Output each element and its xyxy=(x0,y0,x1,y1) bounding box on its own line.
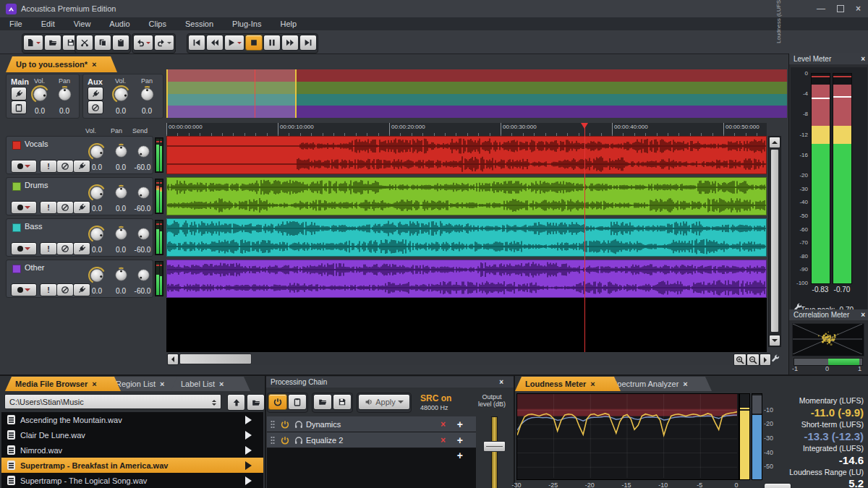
aux-bypass-button[interactable] xyxy=(88,100,103,114)
track-color-swatch[interactable] xyxy=(12,182,21,191)
plugin-monitor-icon[interactable] xyxy=(294,420,303,429)
audio-clip-drums[interactable] xyxy=(166,177,767,215)
audio-clip-vocals[interactable] xyxy=(166,136,767,174)
file-row[interactable]: Ascending the Mountain.wav xyxy=(1,412,263,427)
track-volume-knob[interactable] xyxy=(88,184,106,202)
track-volume-knob[interactable] xyxy=(88,142,106,161)
main-clipboard-button[interactable] xyxy=(11,100,27,114)
tab-close-icon[interactable]: × xyxy=(683,380,687,388)
record-arm-button[interactable] xyxy=(11,283,37,296)
tab-loudness-meter[interactable]: Loudness Meter× xyxy=(515,377,621,391)
undo-button[interactable] xyxy=(133,35,153,51)
menu-session[interactable]: Session xyxy=(176,17,223,30)
path-dropdown[interactable]: C:\Users\Stian\Music xyxy=(4,394,221,409)
loudness-settings-button[interactable] xyxy=(764,483,791,488)
scroll-down-button[interactable] xyxy=(769,335,780,346)
menu-plugins[interactable]: Plug-Ins xyxy=(223,17,271,30)
scroll-right-button[interactable] xyxy=(760,354,771,366)
track-header[interactable]: Bass ! 0.0 0.0 -60.0 xyxy=(6,218,153,257)
chain-save-button[interactable] xyxy=(333,394,352,410)
remove-plugin-icon[interactable]: × xyxy=(441,419,446,429)
pause-button[interactable] xyxy=(263,35,281,51)
aux-plug-button[interactable] xyxy=(88,87,103,100)
track-volume-knob[interactable] xyxy=(88,266,106,285)
menu-help[interactable]: Help xyxy=(271,17,306,30)
track-color-swatch[interactable] xyxy=(12,223,21,232)
processing-chain-close-icon[interactable]: × xyxy=(499,377,503,388)
add-plugin-icon[interactable]: + xyxy=(457,419,463,430)
plugin-power-icon[interactable] xyxy=(281,420,289,429)
chain-plugin-row[interactable]: Dynamics×+ xyxy=(267,416,476,432)
timeline-settings-wrench-icon[interactable] xyxy=(771,354,780,363)
scroll-up-button[interactable] xyxy=(769,137,780,148)
zoom-in-button[interactable] xyxy=(733,354,746,366)
close-button[interactable]: × xyxy=(856,4,861,13)
paste-button[interactable] xyxy=(112,35,129,51)
audio-clip-other[interactable] xyxy=(166,260,767,298)
go-to-end-button[interactable] xyxy=(299,35,317,51)
go-to-start-button[interactable] xyxy=(188,35,205,51)
playhead[interactable] xyxy=(584,123,585,352)
stop-button[interactable] xyxy=(245,35,263,51)
add-plugin-icon[interactable]: + xyxy=(457,450,463,461)
output-level-slider-handle[interactable] xyxy=(483,441,506,452)
file-row[interactable]: Clair De Lune.wav xyxy=(1,427,263,442)
track-header[interactable]: Vocals ! 0.0 0.0 -60.0 xyxy=(6,136,153,174)
solo-button[interactable]: ! xyxy=(40,160,57,173)
correlation-meter-close-icon[interactable]: × xyxy=(861,309,865,320)
track-pan-knob[interactable] xyxy=(113,143,129,160)
plugin-monitor-icon[interactable] xyxy=(294,436,303,445)
file-row[interactable]: Supertramp - The Logical Song.wav xyxy=(1,473,263,488)
track-pan-knob[interactable] xyxy=(113,267,129,283)
apply-button[interactable]: Apply xyxy=(358,394,410,410)
tab-close-icon[interactable]: × xyxy=(92,380,96,388)
menu-edit[interactable]: Edit xyxy=(32,17,64,30)
zoom-out-button[interactable] xyxy=(746,354,760,366)
menu-clips[interactable]: Clips xyxy=(140,17,176,30)
record-arm-button[interactable] xyxy=(11,201,37,214)
solo-button[interactable]: ! xyxy=(40,201,57,214)
solo-button[interactable]: ! xyxy=(40,283,57,296)
preview-play-icon[interactable] xyxy=(245,476,256,485)
vertical-scroll-thumb[interactable] xyxy=(770,149,779,333)
mute-button[interactable] xyxy=(56,242,74,255)
track-volume-knob[interactable] xyxy=(88,225,106,244)
preview-play-icon[interactable] xyxy=(245,446,256,455)
rewind-button[interactable] xyxy=(206,35,224,51)
track-header[interactable]: Other ! 0.0 0.0 -60.0 xyxy=(6,260,153,298)
preview-play-icon[interactable] xyxy=(245,461,256,470)
chain-open-button[interactable] xyxy=(313,394,332,410)
fast-forward-button[interactable] xyxy=(281,35,299,51)
copy-button[interactable] xyxy=(94,35,111,51)
horizontal-scroll-thumb[interactable] xyxy=(179,354,252,364)
track-color-swatch[interactable] xyxy=(12,141,21,150)
empty-track-area[interactable] xyxy=(166,298,767,352)
open-button[interactable] xyxy=(44,35,61,51)
tab-label-list[interactable]: Label List× xyxy=(171,377,250,391)
preview-play-icon[interactable] xyxy=(245,416,256,424)
redo-button[interactable] xyxy=(154,35,174,51)
level-meter-close-icon[interactable]: × xyxy=(861,53,865,64)
tab-media-file-browser[interactable]: Media File Browser× xyxy=(5,377,121,391)
track-header[interactable]: Drums ! 0.0 0.0 -60.0 xyxy=(6,177,153,215)
track-color-swatch[interactable] xyxy=(12,265,21,273)
chain-clipboard-button[interactable] xyxy=(288,394,307,410)
plugin-power-icon[interactable] xyxy=(281,436,289,445)
tab-close-icon[interactable]: × xyxy=(160,380,164,388)
audio-clip-bass[interactable] xyxy=(166,218,767,257)
preview-play-icon[interactable] xyxy=(245,431,256,440)
tab-close-icon[interactable]: × xyxy=(590,380,595,388)
maximize-button[interactable] xyxy=(837,5,844,12)
play-button[interactable] xyxy=(224,35,244,51)
mute-button[interactable] xyxy=(56,160,74,173)
track-send-knob[interactable] xyxy=(135,143,152,160)
folder-up-button[interactable] xyxy=(227,394,245,411)
output-level-slider[interactable] xyxy=(491,416,498,488)
main-plug-button[interactable] xyxy=(11,87,27,100)
track-send-knob[interactable] xyxy=(135,184,152,201)
browse-folder-button[interactable] xyxy=(247,394,265,411)
scroll-left-button[interactable] xyxy=(167,354,179,365)
mute-button[interactable] xyxy=(56,283,74,296)
menu-audio[interactable]: Audio xyxy=(100,17,139,30)
new-button[interactable] xyxy=(23,35,43,51)
